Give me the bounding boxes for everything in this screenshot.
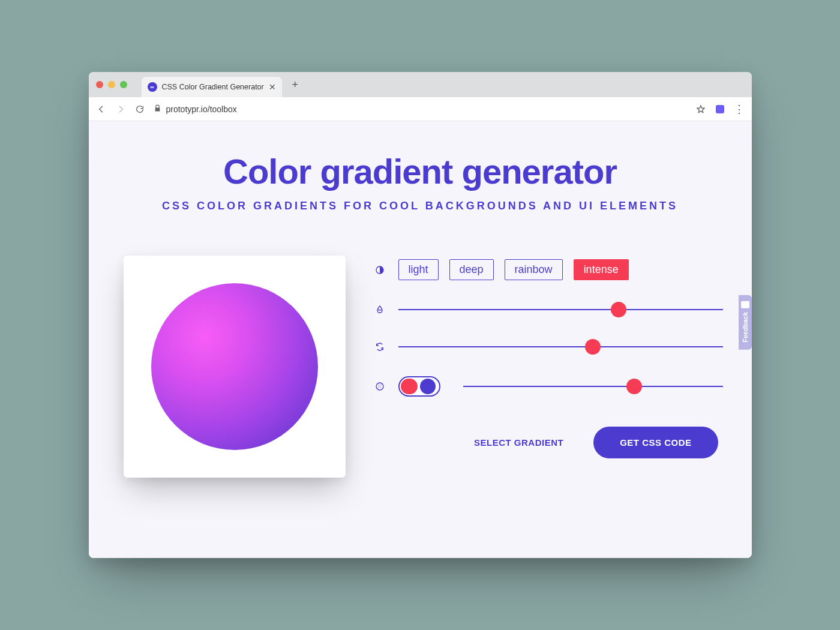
grain-toggle[interactable] bbox=[398, 376, 440, 397]
hue-slider[interactable] bbox=[398, 302, 723, 317]
preset-light[interactable]: light bbox=[398, 259, 439, 280]
address-bar[interactable]: prototypr.io/toolbox bbox=[154, 104, 687, 114]
rotate-thumb[interactable] bbox=[585, 339, 601, 355]
rotate-row bbox=[374, 339, 723, 355]
grain-thumb[interactable] bbox=[626, 379, 642, 394]
window-controls bbox=[96, 81, 127, 88]
svg-point-2 bbox=[378, 385, 379, 385]
favicon-icon: ∞ bbox=[148, 82, 157, 92]
preset-row: light deep rainbow intense bbox=[374, 259, 723, 280]
action-row: SELECT GRADIENT GET CSS CODE bbox=[374, 427, 723, 458]
feedback-icon bbox=[741, 301, 749, 308]
close-tab-icon[interactable]: ✕ bbox=[269, 83, 276, 91]
rotate-slider[interactable] bbox=[398, 339, 723, 355]
svg-point-6 bbox=[379, 386, 380, 386]
select-gradient-button[interactable]: SELECT GRADIENT bbox=[461, 427, 577, 458]
close-window-icon[interactable] bbox=[96, 81, 103, 88]
rotate-icon bbox=[374, 342, 385, 352]
gradient-preview-sphere bbox=[151, 283, 318, 450]
page-content: Color gradient generator CSS COLOR GRADI… bbox=[89, 121, 752, 558]
toggle-knob bbox=[420, 379, 436, 394]
workspace: light deep rainbow intense bbox=[113, 256, 728, 478]
bookmark-star-icon[interactable] bbox=[695, 104, 706, 115]
new-tab-button[interactable]: + bbox=[287, 76, 304, 93]
page-subtitle: CSS COLOR GRADIENTS FOR COOL BACKGROUNDS… bbox=[113, 200, 728, 212]
svg-point-3 bbox=[380, 385, 381, 385]
feedback-label: Feedback bbox=[742, 312, 749, 343]
maximize-window-icon[interactable] bbox=[120, 81, 127, 88]
tab-title: CSS Color Gradient Generator bbox=[162, 83, 264, 91]
get-css-code-button[interactable]: GET CSS CODE bbox=[593, 427, 718, 458]
reload-icon[interactable] bbox=[134, 104, 145, 115]
browser-tab[interactable]: ∞ CSS Color Gradient Generator ✕ bbox=[142, 77, 282, 97]
url-text: prototypr.io/toolbox bbox=[166, 104, 237, 114]
controls-panel: light deep rainbow intense bbox=[374, 256, 723, 458]
feedback-tab[interactable]: Feedback bbox=[739, 295, 752, 350]
hue-row bbox=[374, 302, 723, 317]
grain-icon bbox=[374, 382, 385, 391]
page-title: Color gradient generator bbox=[113, 151, 728, 191]
svg-point-5 bbox=[380, 387, 380, 388]
preset-deep[interactable]: deep bbox=[449, 259, 494, 280]
kebab-menu-icon[interactable]: ⋮ bbox=[734, 103, 745, 116]
contrast-icon bbox=[374, 265, 385, 275]
toggle-track bbox=[401, 379, 418, 394]
browser-window: ∞ CSS Color Gradient Generator ✕ + proto… bbox=[89, 72, 752, 558]
preset-intense[interactable]: intense bbox=[574, 259, 629, 280]
grain-row bbox=[374, 376, 723, 397]
extension-icon[interactable] bbox=[716, 105, 724, 113]
lock-icon bbox=[154, 104, 161, 114]
minimize-window-icon[interactable] bbox=[108, 81, 115, 88]
tab-strip: ∞ CSS Color Gradient Generator ✕ + bbox=[89, 72, 752, 97]
svg-point-4 bbox=[377, 387, 378, 388]
droplet-icon bbox=[374, 305, 385, 314]
browser-toolbar: prototypr.io/toolbox ⋮ bbox=[89, 97, 752, 121]
preset-group: light deep rainbow intense bbox=[398, 259, 629, 280]
back-icon[interactable] bbox=[96, 104, 107, 115]
grain-slider[interactable] bbox=[463, 379, 723, 394]
preset-rainbow[interactable]: rainbow bbox=[505, 259, 563, 280]
forward-icon[interactable] bbox=[115, 104, 126, 115]
gradient-preview-card bbox=[124, 256, 346, 478]
hue-thumb[interactable] bbox=[611, 302, 626, 317]
